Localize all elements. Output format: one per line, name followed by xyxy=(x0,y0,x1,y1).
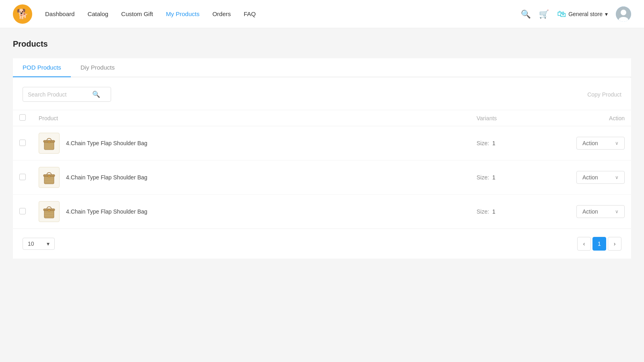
header-product: Product xyxy=(32,110,470,126)
svg-rect-8 xyxy=(48,141,50,143)
row-variants-1: Size: 1 xyxy=(470,160,559,195)
action-label-0: Action xyxy=(582,140,598,146)
table-row: 4.Chain Type Flap Shoulder Bag Size: 1 A… xyxy=(13,195,631,229)
variants-text-0: Size: 1 xyxy=(477,140,495,146)
row-action-2: Action ∨ xyxy=(559,195,631,229)
search-submit-icon[interactable]: 🔍 xyxy=(92,90,100,98)
next-page-button[interactable]: › xyxy=(608,237,621,251)
table-header: Product Variants Action xyxy=(13,110,631,126)
row-checkbox-1[interactable] xyxy=(19,174,26,180)
product-table: Product Variants Action xyxy=(13,110,631,228)
row-variants-2: Size: 1 xyxy=(470,195,559,229)
variants-text-1: Size: 1 xyxy=(477,174,495,181)
action-chevron-icon-2: ∨ xyxy=(615,209,619,214)
nav-item-custom-gift[interactable]: Custom Gift xyxy=(121,9,153,19)
nav-item-catalog[interactable]: Catalog xyxy=(87,9,108,19)
table-row: 4.Chain Type Flap Shoulder Bag Size: 1 A… xyxy=(13,160,631,195)
product-rows: 4.Chain Type Flap Shoulder Bag Size: 1 A… xyxy=(13,126,631,229)
svg-rect-14 xyxy=(48,175,50,177)
store-chevron-icon: ▾ xyxy=(605,11,608,17)
action-chevron-icon-0: ∨ xyxy=(615,140,619,146)
product-thumbnail-2 xyxy=(39,201,60,222)
action-label-2: Action xyxy=(582,208,598,215)
search-icon[interactable]: 🔍 xyxy=(521,9,531,19)
table-row: 4.Chain Type Flap Shoulder Bag Size: 1 A… xyxy=(13,126,631,160)
main-nav: DashboardCatalogCustom GiftMy ProductsOr… xyxy=(45,9,521,19)
header-action: Action xyxy=(559,110,631,126)
copy-product-button[interactable]: Copy Product xyxy=(587,91,621,98)
table-toolbar: 🔍 Copy Product xyxy=(13,87,631,110)
row-product-1: 4.Chain Type Flap Shoulder Bag xyxy=(32,160,470,195)
action-dropdown-0[interactable]: Action ∨ xyxy=(576,137,625,150)
row-product-2: 4.Chain Type Flap Shoulder Bag xyxy=(32,195,470,229)
action-dropdown-1[interactable]: Action ∨ xyxy=(576,171,625,184)
row-checkbox-2[interactable] xyxy=(19,208,26,214)
product-name-1: 4.Chain Type Flap Shoulder Bag xyxy=(66,174,147,181)
page-title: Products xyxy=(13,39,631,49)
action-dropdown-2[interactable]: Action ∨ xyxy=(576,205,625,218)
avatar-icon xyxy=(616,6,631,22)
page-size-chevron-icon: ▾ xyxy=(47,241,50,247)
row-action-0: Action ∨ xyxy=(559,126,631,160)
svg-point-1 xyxy=(621,10,626,15)
page-size-selector[interactable]: 10 ▾ xyxy=(23,238,55,250)
action-label-1: Action xyxy=(582,174,598,181)
select-all-checkbox[interactable] xyxy=(19,114,26,121)
nav-item-dashboard[interactable]: Dashboard xyxy=(45,9,74,19)
row-variants-0: Size: 1 xyxy=(470,126,559,160)
main-content: Products POD ProductsDiy Products 🔍 Copy… xyxy=(0,28,644,362)
pagination-bar: 10 ▾ ‹ 1 › xyxy=(13,228,631,259)
tab-pod-products[interactable]: POD Products xyxy=(13,58,71,77)
logo-icon: 🐕 xyxy=(17,8,29,20)
row-check-0 xyxy=(13,126,32,160)
row-check-2 xyxy=(13,195,32,229)
logo[interactable]: 🐕 xyxy=(13,4,32,24)
store-bag-icon: 🛍 xyxy=(557,9,566,19)
product-thumbnail-0 xyxy=(39,133,60,154)
cart-icon[interactable]: 🛒 xyxy=(539,9,549,19)
nav-item-orders[interactable]: Orders xyxy=(213,9,231,19)
row-checkbox-0[interactable] xyxy=(19,140,26,146)
nav-item-my-products[interactable]: My Products xyxy=(166,9,199,19)
product-name-0: 4.Chain Type Flap Shoulder Bag xyxy=(66,140,147,146)
store-selector[interactable]: 🛍 General store ▾ xyxy=(557,9,608,19)
search-box[interactable]: 🔍 xyxy=(23,87,111,102)
tabs: POD ProductsDiy Products xyxy=(13,58,631,77)
store-label: General store xyxy=(568,11,603,17)
product-thumbnail-1 xyxy=(39,167,60,188)
product-image-2 xyxy=(40,203,58,220)
header-check xyxy=(13,110,32,126)
action-chevron-icon-1: ∨ xyxy=(615,175,619,180)
header-actions: 🔍 🛒 🛍 General store ▾ xyxy=(521,6,631,22)
product-table-section: 🔍 Copy Product Product Variants Action xyxy=(13,77,631,259)
svg-rect-20 xyxy=(48,210,50,211)
prev-page-button[interactable]: ‹ xyxy=(577,237,591,251)
page-1-button[interactable]: 1 xyxy=(592,237,606,251)
variants-text-2: Size: 1 xyxy=(477,208,495,215)
row-action-1: Action ∨ xyxy=(559,160,631,195)
product-image-0 xyxy=(40,134,58,152)
row-product-0: 4.Chain Type Flap Shoulder Bag xyxy=(32,126,470,160)
product-name-2: 4.Chain Type Flap Shoulder Bag xyxy=(66,208,147,215)
header: 🐕 DashboardCatalogCustom GiftMy Products… xyxy=(0,0,644,28)
tab-diy-products[interactable]: Diy Products xyxy=(71,58,124,77)
page-size-value: 10 xyxy=(28,241,34,247)
search-input[interactable] xyxy=(28,91,92,98)
header-variants: Variants xyxy=(470,110,559,126)
pagination-nav: ‹ 1 › xyxy=(577,237,621,251)
nav-item-faq[interactable]: FAQ xyxy=(244,9,256,19)
avatar[interactable] xyxy=(616,6,631,22)
row-check-1 xyxy=(13,160,32,195)
product-image-1 xyxy=(40,169,58,186)
